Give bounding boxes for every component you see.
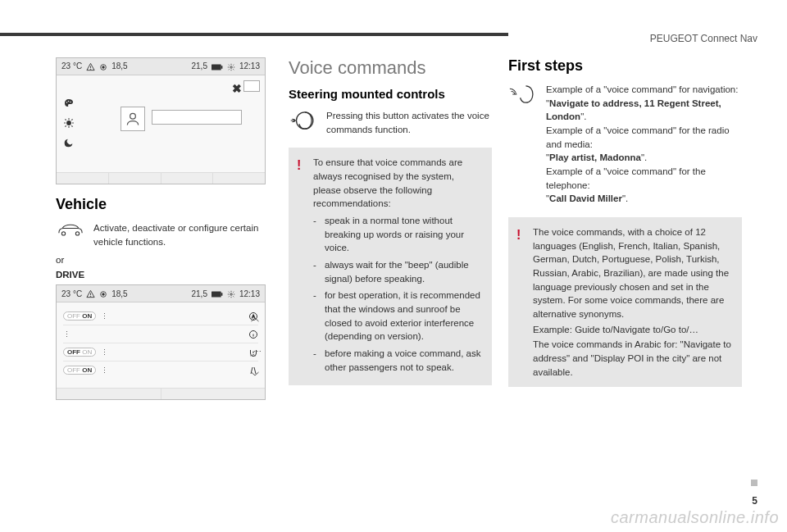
note-text: The voice commands, with a choice of 12 … xyxy=(533,225,734,321)
svg-point-11 xyxy=(130,113,136,119)
voice-icon xyxy=(289,109,318,136)
car-icon xyxy=(56,221,85,248)
note-bullet: speak in a normal tone without breaking … xyxy=(313,214,484,255)
note-bullet: for best operation, it is recommended th… xyxy=(313,289,484,343)
svg-point-3 xyxy=(102,66,105,68)
status-bar: 23 °C 18,5 21,5 12:13 xyxy=(57,285,265,302)
close-icon[interactable]: ✖ xyxy=(232,82,242,95)
svg-point-12 xyxy=(61,232,65,235)
toggle-row[interactable]: OFF ON ⋮ xyxy=(63,361,258,379)
palette-icon[interactable] xyxy=(63,97,75,108)
svg-point-17 xyxy=(102,293,105,296)
svg-point-9 xyxy=(70,101,71,102)
svg-rect-18 xyxy=(212,291,221,297)
warning-icon xyxy=(86,61,95,71)
svg-point-13 xyxy=(75,232,79,235)
svg-point-7 xyxy=(66,102,68,103)
svg-rect-5 xyxy=(221,66,223,69)
status-time: 12:13 xyxy=(239,61,260,70)
page-corner: 5 xyxy=(751,478,757,507)
or-label: or xyxy=(56,255,269,265)
chevron-up-icon[interactable] xyxy=(250,314,260,324)
section-title-vehicle: Vehicle xyxy=(56,196,269,213)
toggle-row[interactable]: OFF ON ⋮ xyxy=(63,343,258,361)
note-languages: ! The voice commands, with a choice of 1… xyxy=(508,217,742,387)
screenshot-drive: 23 °C 18,5 21,5 12:13 xyxy=(56,284,266,400)
profile-name-field[interactable] xyxy=(152,110,242,125)
svg-point-10 xyxy=(67,120,71,125)
watermark: carmanualsonline.info xyxy=(611,508,779,527)
battery-icon xyxy=(212,289,223,298)
status-val-a: 18,5 xyxy=(111,289,127,298)
status-temp: 23 °C xyxy=(61,61,82,70)
status-val-b: 21,5 xyxy=(192,61,207,70)
status-val-b: 21,5 xyxy=(192,289,207,298)
profile-icon[interactable] xyxy=(121,107,145,131)
examples-block: Example of a "voice command" for navigat… xyxy=(546,83,742,206)
voice-wave-icon xyxy=(508,83,538,206)
warning-icon xyxy=(86,289,95,298)
chevron-down-icon[interactable] xyxy=(250,368,260,378)
status-temp: 23 °C xyxy=(61,289,82,298)
screenshot-footer xyxy=(57,172,265,184)
target-icon xyxy=(99,61,107,70)
toggle-row[interactable]: OFF ON ⋮ A xyxy=(63,307,258,325)
page-number: 5 xyxy=(752,495,757,507)
alert-icon: ! xyxy=(297,156,301,175)
drive-label: DRIVE xyxy=(56,270,269,280)
voice-button-description: Pressing this button activates the voice… xyxy=(326,109,492,136)
moon-icon[interactable] xyxy=(63,137,75,148)
screenshot-settings: 23 °C 18,5 21,5 12:13 ✖ xyxy=(56,57,266,184)
svg-rect-19 xyxy=(221,293,223,296)
svg-rect-4 xyxy=(212,64,221,70)
alert-icon: ! xyxy=(516,225,521,244)
battery-icon xyxy=(212,61,223,70)
subsection-title-steering: Steering mounted controls xyxy=(289,87,492,101)
search-field[interactable] xyxy=(243,80,260,92)
gear-icon xyxy=(227,289,235,298)
note-text: The voice commands in Arabic for: "Navig… xyxy=(533,338,734,379)
note-recommendations: ! To ensure that voice commands are alwa… xyxy=(289,148,492,385)
status-time: 12:13 xyxy=(239,289,260,298)
brightness-icon[interactable] xyxy=(63,116,75,129)
section-title-voice: Voice commands xyxy=(289,57,492,79)
more-icon[interactable]: ⋯ xyxy=(253,347,262,356)
header-brand: PEUGEOT Connect Nav xyxy=(650,33,757,44)
svg-point-20 xyxy=(230,293,233,296)
vehicle-description: Activate, deactivate or configure certai… xyxy=(93,221,269,248)
note-bullet: before making a voice command, ask other… xyxy=(313,347,484,374)
svg-point-8 xyxy=(68,100,70,102)
gear-icon xyxy=(227,61,235,70)
note-intro: To ensure that voice commands are always… xyxy=(313,156,484,211)
svg-point-6 xyxy=(230,66,233,68)
note-text: Example: Guide to/Navigate to/Go to/… xyxy=(533,323,734,337)
toggle-row[interactable]: ⋮ xyxy=(63,325,258,343)
screenshot-footer xyxy=(57,388,265,399)
top-rule xyxy=(0,33,508,36)
status-bar: 23 °C 18,5 21,5 12:13 xyxy=(57,58,265,75)
section-title-first-steps: First steps xyxy=(508,57,742,75)
page-marker-icon xyxy=(751,480,757,486)
target-icon xyxy=(99,289,107,298)
svg-point-28 xyxy=(297,112,313,129)
status-val-a: 18,5 xyxy=(111,61,127,70)
note-bullet: always wait for the "beep" (audible sign… xyxy=(313,258,484,285)
